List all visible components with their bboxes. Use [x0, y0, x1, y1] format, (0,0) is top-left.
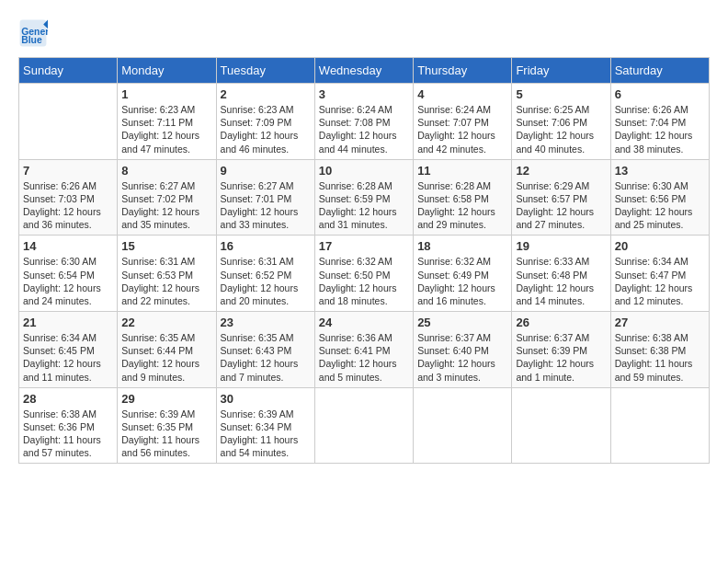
calendar-week-row: 1Sunrise: 6:23 AM Sunset: 7:11 PM Daylig…: [19, 84, 710, 160]
weekday-header-row: SundayMondayTuesdayWednesdayThursdayFrid…: [19, 58, 710, 84]
day-number: 9: [221, 164, 311, 178]
day-info: Sunrise: 6:24 AM Sunset: 7:08 PM Dayligh…: [319, 103, 409, 155]
calendar-cell: 21Sunrise: 6:34 AM Sunset: 6:45 PM Dayli…: [19, 312, 118, 388]
day-number: 30: [221, 392, 311, 406]
page-header: General Blue: [18, 18, 710, 48]
weekday-header: Saturday: [610, 58, 709, 84]
day-info: Sunrise: 6:30 AM Sunset: 6:56 PM Dayligh…: [615, 179, 705, 232]
day-info: Sunrise: 6:31 AM Sunset: 6:52 PM Dayligh…: [221, 255, 311, 307]
calendar-cell: 15Sunrise: 6:31 AM Sunset: 6:53 PM Dayli…: [118, 236, 216, 312]
day-info: Sunrise: 6:27 AM Sunset: 7:01 PM Dayligh…: [221, 179, 311, 232]
calendar-cell: 28Sunrise: 6:38 AM Sunset: 6:36 PM Dayli…: [19, 387, 118, 464]
day-number: 4: [417, 87, 507, 101]
day-number: 3: [319, 87, 409, 101]
calendar-cell: 14Sunrise: 6:30 AM Sunset: 6:54 PM Dayli…: [19, 236, 118, 312]
calendar-cell: 1Sunrise: 6:23 AM Sunset: 7:11 PM Daylig…: [118, 84, 216, 160]
weekday-header: Sunday: [19, 58, 118, 84]
day-info: Sunrise: 6:32 AM Sunset: 6:50 PM Dayligh…: [319, 255, 409, 307]
weekday-header: Monday: [118, 58, 216, 84]
calendar-cell: 29Sunrise: 6:39 AM Sunset: 6:35 PM Dayli…: [118, 387, 216, 464]
day-number: 19: [516, 239, 606, 253]
day-number: 17: [319, 239, 409, 253]
weekday-header: Wednesday: [314, 58, 413, 84]
day-number: 23: [221, 316, 311, 329]
day-number: 18: [417, 239, 507, 253]
day-info: Sunrise: 6:26 AM Sunset: 7:04 PM Dayligh…: [615, 103, 705, 155]
calendar-cell: [512, 387, 610, 464]
day-info: Sunrise: 6:39 AM Sunset: 6:35 PM Dayligh…: [121, 408, 211, 460]
day-number: 13: [615, 164, 705, 178]
day-number: 1: [121, 87, 211, 101]
calendar-cell: 2Sunrise: 6:23 AM Sunset: 7:09 PM Daylig…: [216, 84, 314, 160]
calendar-table: SundayMondayTuesdayWednesdayThursdayFrid…: [18, 57, 710, 464]
day-info: Sunrise: 6:39 AM Sunset: 6:34 PM Dayligh…: [221, 408, 311, 460]
day-info: Sunrise: 6:33 AM Sunset: 6:48 PM Dayligh…: [516, 255, 606, 307]
day-info: Sunrise: 6:32 AM Sunset: 6:49 PM Dayligh…: [417, 255, 507, 307]
day-info: Sunrise: 6:26 AM Sunset: 7:03 PM Dayligh…: [23, 179, 113, 232]
day-info: Sunrise: 6:24 AM Sunset: 7:07 PM Dayligh…: [417, 103, 507, 155]
calendar-cell: 27Sunrise: 6:38 AM Sunset: 6:38 PM Dayli…: [610, 312, 709, 388]
weekday-header: Friday: [512, 58, 610, 84]
calendar-cell: 10Sunrise: 6:28 AM Sunset: 6:59 PM Dayli…: [314, 159, 413, 236]
calendar-week-row: 14Sunrise: 6:30 AM Sunset: 6:54 PM Dayli…: [19, 236, 710, 312]
day-info: Sunrise: 6:27 AM Sunset: 7:02 PM Dayligh…: [121, 179, 211, 232]
weekday-header: Tuesday: [216, 58, 314, 84]
calendar-cell: [314, 387, 413, 464]
day-number: 6: [615, 87, 705, 101]
calendar-cell: [414, 387, 512, 464]
calendar-cell: 20Sunrise: 6:34 AM Sunset: 6:47 PM Dayli…: [610, 236, 709, 312]
day-number: 12: [516, 164, 606, 178]
calendar-cell: 13Sunrise: 6:30 AM Sunset: 6:56 PM Dayli…: [610, 159, 709, 236]
day-number: 11: [417, 164, 507, 178]
calendar-cell: 11Sunrise: 6:28 AM Sunset: 6:58 PM Dayli…: [414, 159, 512, 236]
day-info: Sunrise: 6:37 AM Sunset: 6:40 PM Dayligh…: [417, 331, 507, 384]
calendar-week-row: 28Sunrise: 6:38 AM Sunset: 6:36 PM Dayli…: [19, 387, 710, 464]
day-number: 27: [615, 316, 705, 329]
day-number: 26: [516, 316, 606, 329]
calendar-cell: 25Sunrise: 6:37 AM Sunset: 6:40 PM Dayli…: [414, 312, 512, 388]
calendar-cell: 17Sunrise: 6:32 AM Sunset: 6:50 PM Dayli…: [314, 236, 413, 312]
calendar-cell: 12Sunrise: 6:29 AM Sunset: 6:57 PM Dayli…: [512, 159, 610, 236]
day-info: Sunrise: 6:36 AM Sunset: 6:41 PM Dayligh…: [319, 331, 409, 384]
day-number: 15: [121, 239, 211, 253]
calendar-week-row: 7Sunrise: 6:26 AM Sunset: 7:03 PM Daylig…: [19, 159, 710, 236]
day-number: 28: [23, 392, 113, 406]
calendar-cell: 7Sunrise: 6:26 AM Sunset: 7:03 PM Daylig…: [19, 159, 118, 236]
day-number: 2: [221, 87, 311, 101]
day-info: Sunrise: 6:23 AM Sunset: 7:09 PM Dayligh…: [221, 103, 311, 155]
calendar-cell: 9Sunrise: 6:27 AM Sunset: 7:01 PM Daylig…: [216, 159, 314, 236]
day-number: 8: [121, 164, 211, 178]
day-info: Sunrise: 6:34 AM Sunset: 6:45 PM Dayligh…: [23, 331, 113, 384]
calendar-cell: 4Sunrise: 6:24 AM Sunset: 7:07 PM Daylig…: [414, 84, 512, 160]
calendar-cell: 23Sunrise: 6:35 AM Sunset: 6:43 PM Dayli…: [216, 312, 314, 388]
day-number: 5: [516, 87, 606, 101]
calendar-cell: [19, 84, 118, 160]
logo: General Blue: [18, 18, 51, 48]
calendar-cell: 18Sunrise: 6:32 AM Sunset: 6:49 PM Dayli…: [414, 236, 512, 312]
day-info: Sunrise: 6:31 AM Sunset: 6:53 PM Dayligh…: [121, 255, 211, 307]
calendar-cell: 16Sunrise: 6:31 AM Sunset: 6:52 PM Dayli…: [216, 236, 314, 312]
calendar-cell: 8Sunrise: 6:27 AM Sunset: 7:02 PM Daylig…: [118, 159, 216, 236]
day-number: 25: [417, 316, 507, 329]
day-number: 14: [23, 239, 113, 253]
day-info: Sunrise: 6:30 AM Sunset: 6:54 PM Dayligh…: [23, 255, 113, 307]
day-number: 22: [121, 316, 211, 329]
day-info: Sunrise: 6:35 AM Sunset: 6:43 PM Dayligh…: [221, 331, 311, 384]
day-number: 10: [319, 164, 409, 178]
day-info: Sunrise: 6:23 AM Sunset: 7:11 PM Dayligh…: [121, 103, 211, 155]
calendar-cell: [610, 387, 709, 464]
day-info: Sunrise: 6:34 AM Sunset: 6:47 PM Dayligh…: [615, 255, 705, 307]
svg-text:Blue: Blue: [21, 35, 42, 45]
day-info: Sunrise: 6:25 AM Sunset: 7:06 PM Dayligh…: [516, 103, 606, 155]
day-number: 24: [319, 316, 409, 329]
calendar-week-row: 21Sunrise: 6:34 AM Sunset: 6:45 PM Dayli…: [19, 312, 710, 388]
calendar-cell: 19Sunrise: 6:33 AM Sunset: 6:48 PM Dayli…: [512, 236, 610, 312]
calendar-cell: 5Sunrise: 6:25 AM Sunset: 7:06 PM Daylig…: [512, 84, 610, 160]
calendar-cell: 24Sunrise: 6:36 AM Sunset: 6:41 PM Dayli…: [314, 312, 413, 388]
day-number: 16: [221, 239, 311, 253]
logo-icon: General Blue: [18, 18, 48, 48]
day-number: 7: [23, 164, 113, 178]
day-info: Sunrise: 6:28 AM Sunset: 6:58 PM Dayligh…: [417, 179, 507, 232]
calendar-cell: 30Sunrise: 6:39 AM Sunset: 6:34 PM Dayli…: [216, 387, 314, 464]
calendar-cell: 6Sunrise: 6:26 AM Sunset: 7:04 PM Daylig…: [610, 84, 709, 160]
